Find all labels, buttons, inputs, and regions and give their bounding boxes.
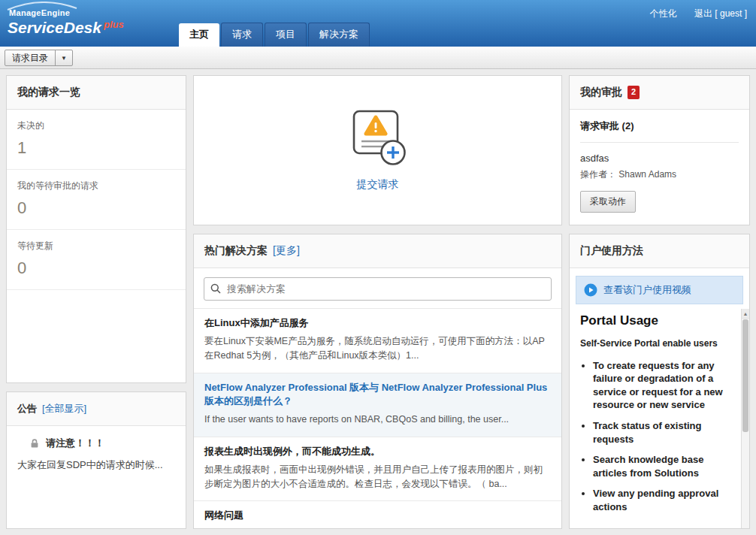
- announcement-title: 请注意！！！: [46, 437, 104, 450]
- portal-usage-heading: Portal Usage: [580, 313, 737, 328]
- solutions-search-input[interactable]: [204, 277, 552, 301]
- request-catalog-label: 请求目录: [5, 52, 55, 65]
- main-content: 我的请求一览 未决的 1 我的等待审批的请求 0 等待更新 0 公告 [全部显示…: [0, 69, 756, 535]
- announcement-item[interactable]: 请注意！！！ 大家在回复SDP中的请求的时候...: [7, 426, 186, 483]
- summary-item-awaiting-update[interactable]: 等待更新 0: [7, 230, 186, 290]
- approvals-body: 请求审批 (2) asdfas 操作者： Shawn Adams 采取动作: [570, 110, 749, 222]
- submit-request-card[interactable]: 提交请求: [193, 75, 562, 225]
- play-icon: [584, 283, 597, 297]
- request-approvals-section-title: 请求审批 (2): [580, 119, 739, 143]
- tab-home[interactable]: 主页: [179, 23, 219, 47]
- popular-solutions-card: 热门解决方案 [更多] 在Linux中添加产品服务 要在Linux下安装ME产品…: [193, 234, 562, 529]
- portal-scrollbar[interactable]: ▲: [741, 309, 749, 528]
- header-links: 个性化 退出 [ guest ]: [635, 8, 747, 20]
- approvals-title: 我的审批: [580, 86, 622, 99]
- portal-title: 门户使用方法: [580, 244, 643, 258]
- portal-usage-card: 门户使用方法 查看该门户使用视频 Portal Usage Self-Servi…: [569, 234, 750, 529]
- submit-request-link[interactable]: 提交请求: [357, 178, 399, 192]
- approvals-count-badge: 2: [627, 86, 640, 98]
- solutions-title: 热门解决方案: [204, 244, 268, 258]
- tab-solutions[interactable]: 解决方案: [308, 23, 370, 47]
- summary-item-awaiting-approval[interactable]: 我的等待审批的请求 0: [7, 170, 186, 230]
- my-approvals-card: 我的审批 2 请求审批 (2) asdfas 操作者： Shawn Adams …: [569, 75, 750, 225]
- request-catalog-button[interactable]: 请求目录 ▼: [5, 50, 73, 66]
- tab-projects[interactable]: 项目: [265, 23, 307, 47]
- summary-item-pending[interactable]: 未决的 1: [7, 110, 186, 170]
- center-column: 提交请求 热门解决方案 [更多] 在Linux中添加产品服务: [193, 75, 562, 529]
- submit-request-icon[interactable]: [342, 109, 414, 169]
- portal-usage-subheading: Self-Service Portal enable users: [580, 337, 737, 350]
- personalize-link[interactable]: 个性化: [650, 8, 677, 19]
- awaiting-approval-count: 0: [17, 198, 175, 218]
- announcement-body: 大家在回复SDP中的请求的时候...: [17, 458, 175, 473]
- announcements-title: 公告: [17, 402, 37, 416]
- solutions-header: 热门解决方案 [更多]: [194, 234, 561, 268]
- portal-bullet: Search knowledge base articles from Solu…: [593, 453, 737, 479]
- solution-item[interactable]: NetFlow Analyzer Professional 版本与 NetFlo…: [194, 373, 561, 437]
- app-header: ManageEngine ServiceDeskplus 个性化 退出 [ gu…: [0, 0, 756, 47]
- portal-scroll-area: Portal Usage Self-Service Portal enable …: [570, 309, 749, 528]
- solutions-more-link[interactable]: [更多]: [273, 244, 300, 258]
- lock-icon: [29, 438, 40, 449]
- right-column: 我的审批 2 请求审批 (2) asdfas 操作者： Shawn Adams …: [569, 75, 750, 529]
- portal-video-link[interactable]: 查看该门户使用视频: [576, 276, 743, 304]
- operator-name: Shawn Adams: [618, 169, 676, 180]
- scrollbar-up-arrow-icon[interactable]: ▲: [742, 309, 749, 319]
- solutions-search-area: [194, 268, 561, 308]
- portal-bullet-list: To create requests for any failure or de…: [593, 359, 737, 513]
- logout-link[interactable]: 退出 [ guest ]: [694, 8, 747, 19]
- main-tabs: 主页 请求 项目 解决方案: [179, 23, 370, 47]
- pending-count: 1: [17, 138, 175, 158]
- my-requests-summary-card: 我的请求一览 未决的 1 我的等待审批的请求 0 等待更新 0: [6, 75, 186, 383]
- announcements-header: 公告 [全部显示]: [7, 392, 186, 426]
- awaiting-update-count: 0: [17, 258, 175, 278]
- brand-plus: plus: [104, 19, 124, 30]
- servicedesk-logo[interactable]: ManageEngine ServiceDeskplus: [8, 5, 124, 36]
- take-action-button[interactable]: 采取动作: [580, 191, 636, 213]
- approval-request-name[interactable]: asdfas: [580, 153, 739, 164]
- approvals-header: 我的审批 2: [570, 76, 749, 110]
- portal-content: Portal Usage Self-Service Portal enable …: [570, 309, 740, 528]
- solution-item[interactable]: 网络问题 在这里输入的问题解决方法或变通办法，将会作为解决方案显示在解决方案的页…: [194, 500, 561, 528]
- scrollbar-thumb[interactable]: [742, 319, 748, 432]
- brand-servicedesk: ServiceDesk: [8, 19, 101, 36]
- summary-title: 我的请求一览: [17, 86, 80, 99]
- portal-bullet: Track status of existing requests: [593, 419, 737, 446]
- solution-item[interactable]: 报表生成时出现例外，而不能成功生成。 如果生成报表时，画面中出现例外错误，并且用…: [194, 437, 561, 501]
- announcements-card: 公告 [全部显示] 请注意！！！ 大家在回复SDP中的请求的时候...: [6, 391, 186, 529]
- summary-card-header: 我的请求一览: [7, 76, 186, 110]
- sub-toolbar: 请求目录 ▼: [0, 47, 756, 69]
- solution-item[interactable]: 在Linux中添加产品服务 要在Linux下安装ME产品为服务，随系统启动自动运…: [194, 308, 561, 373]
- logo-swoosh-icon: [6, 2, 78, 11]
- portal-bullet: View any pending approval actions: [593, 487, 737, 513]
- portal-header: 门户使用方法: [570, 234, 749, 268]
- portal-bullet: To create requests for any failure or de…: [593, 359, 737, 412]
- chevron-down-icon[interactable]: ▼: [55, 50, 72, 65]
- announcements-show-all-link[interactable]: [全部显示]: [42, 402, 86, 416]
- approval-operator: 操作者： Shawn Adams: [580, 168, 739, 181]
- left-column: 我的请求一览 未决的 1 我的等待审批的请求 0 等待更新 0 公告 [全部显示…: [6, 75, 186, 529]
- tab-requests[interactable]: 请求: [221, 23, 263, 47]
- search-icon: [210, 283, 221, 294]
- solutions-list: 在Linux中添加产品服务 要在Linux下安装ME产品为服务，随系统启动自动运…: [194, 308, 561, 528]
